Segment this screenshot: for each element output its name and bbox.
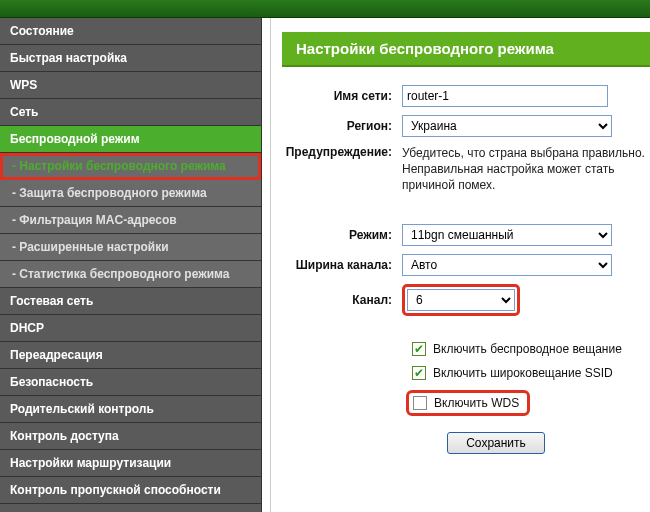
label-warning: Предупреждение: [282,145,402,159]
nav-ip-mac-binding[interactable]: Привязка IP- и MAC-адресов [0,504,261,512]
label-region: Регион: [282,119,402,133]
checkbox-wds[interactable]: ✔ [413,396,427,410]
checkbox-ssid-broadcast[interactable]: ✔ [412,366,426,380]
nav-access-control[interactable]: Контроль доступа [0,423,261,450]
nav-forwarding[interactable]: Переадресация [0,342,261,369]
divider [270,18,271,512]
checkbox-wireless-broadcast[interactable]: ✔ [412,342,426,356]
nav-security[interactable]: Безопасность [0,369,261,396]
channel-width-select[interactable]: Авто [402,254,612,276]
sidebar: Состояние Быстрая настройка WPS Сеть Бес… [0,18,262,512]
mode-select[interactable]: 11bgn смешанный [402,224,612,246]
channel-select[interactable]: 6 [407,289,515,311]
nav-wireless-advanced[interactable]: - Расширенные настройки [0,234,261,261]
nav-dhcp[interactable]: DHCP [0,315,261,342]
nav-wireless-security[interactable]: - Защита беспроводного режима [0,180,261,207]
nav-bandwidth[interactable]: Контроль пропускной способности [0,477,261,504]
save-button[interactable]: Сохранить [447,432,545,454]
top-bar [0,0,650,18]
channel-highlight: 6 [402,284,520,316]
label-chwidth: Ширина канала: [282,258,402,272]
ssid-input[interactable] [402,85,608,107]
nav-wireless-settings[interactable]: - Настройки беспроводного режима [0,153,261,180]
label-ssid-broadcast: Включить широковещание SSID [433,366,613,380]
region-select[interactable]: Украина [402,115,612,137]
nav-wireless-statistics[interactable]: - Статистика беспроводного режима [0,261,261,288]
content-area: Настройки беспроводного режима Имя сети:… [262,18,650,512]
nav-routing[interactable]: Настройки маршрутизации [0,450,261,477]
label-mode: Режим: [282,228,402,242]
wds-highlight: ✔ Включить WDS [406,390,530,416]
page-title: Настройки беспроводного режима [282,32,650,67]
label-wds: Включить WDS [434,396,519,410]
label-ssid: Имя сети: [282,89,402,103]
nav-parental[interactable]: Родительский контроль [0,396,261,423]
nav-wireless[interactable]: Беспроводной режим [0,126,261,153]
nav-wps[interactable]: WPS [0,72,261,99]
label-channel: Канал: [282,293,402,307]
nav-quick-setup[interactable]: Быстрая настройка [0,45,261,72]
nav-status[interactable]: Состояние [0,18,261,45]
nav-wireless-mac-filter[interactable]: - Фильтрация MAC-адресов [0,207,261,234]
nav-guest-network[interactable]: Гостевая сеть [0,288,261,315]
warning-text: Убедитесь, что страна выбрана правильно.… [402,145,650,194]
label-wireless-broadcast: Включить беспроводное вещание [433,342,622,356]
nav-network[interactable]: Сеть [0,99,261,126]
